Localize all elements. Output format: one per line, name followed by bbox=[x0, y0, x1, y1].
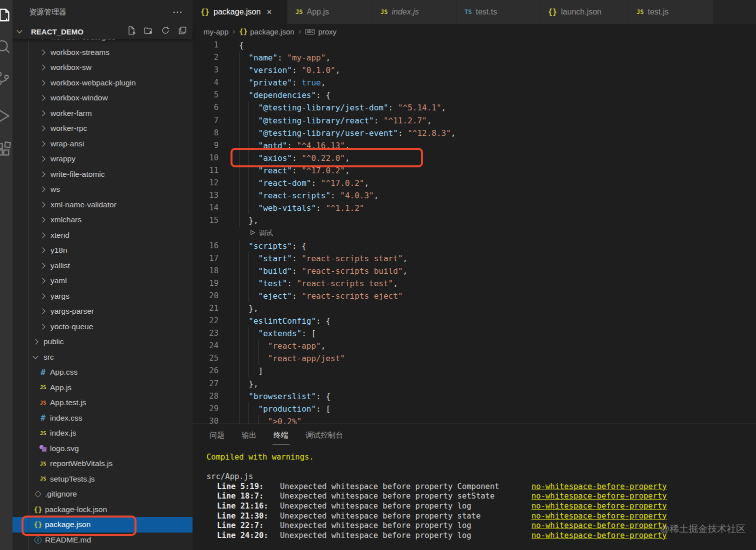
tree-folder-yaml[interactable]: yaml bbox=[12, 273, 192, 289]
tree-folder-worker-farm[interactable]: worker-farm bbox=[12, 106, 192, 121]
tree-folder-xmlchars[interactable]: xmlchars bbox=[12, 212, 192, 228]
code-line-7[interactable]: 7"@testing-library/react": "^11.2.7", bbox=[192, 114, 756, 127]
tab-test-ts[interactable]: TStest.ts bbox=[456, 0, 540, 24]
tree-file-setuptests-js[interactable]: JSsetupTests.js bbox=[12, 472, 192, 487]
new-file-icon[interactable] bbox=[126, 25, 136, 37]
tree-file-package-lock-json[interactable]: {}package-lock.json bbox=[12, 502, 192, 518]
new-folder-icon[interactable] bbox=[144, 25, 154, 37]
lint-rule-link[interactable]: no-whitespace-before-property bbox=[532, 482, 667, 492]
code-line-10[interactable]: 10"axios": "^0.22.0", bbox=[192, 152, 756, 164]
code-line-1[interactable]: 1{ bbox=[192, 39, 756, 51]
code-line-12[interactable]: 12"react-dom": "^17.0.2", bbox=[192, 177, 756, 189]
breadcrumb-item-package-json[interactable]: {}package.json bbox=[239, 27, 294, 36]
tree-folder-yallist[interactable]: yallist bbox=[12, 258, 192, 274]
js-icon: JS bbox=[636, 8, 644, 15]
extensions-icon[interactable] bbox=[0, 141, 12, 158]
code-line-21[interactable]: 21}, bbox=[192, 302, 756, 315]
tree-file-index-css[interactable]: #index.css bbox=[12, 411, 192, 426]
indent-guide bbox=[28, 29, 29, 550]
code-line-16[interactable]: 16"scripts": { bbox=[192, 240, 756, 252]
lint-rule-link[interactable]: no-whitespace-before-property bbox=[532, 521, 667, 531]
panel-tab-tab[interactable]: 问题 bbox=[208, 426, 226, 445]
code-line-2[interactable]: 2"name": "my-app", bbox=[192, 51, 756, 64]
more-actions-icon[interactable]: ⋯ bbox=[172, 6, 184, 18]
code-line-4[interactable]: 4"private": true, bbox=[192, 76, 756, 89]
code-line-26[interactable]: 26] bbox=[192, 365, 756, 377]
code-line-29[interactable]: 29"production": [ bbox=[192, 403, 756, 415]
tree-folder-yocto-queue[interactable]: yocto-queue bbox=[12, 319, 192, 335]
tab-app-js[interactable]: JSApp.js bbox=[288, 0, 372, 24]
code-line-13[interactable]: 13"react-scripts": "4.0.3", bbox=[192, 189, 756, 202]
lint-rule-link[interactable]: no-whitespace-before-property bbox=[532, 512, 667, 522]
tree-folder-xtend[interactable]: xtend bbox=[12, 228, 192, 243]
refresh-icon[interactable] bbox=[160, 25, 170, 37]
code-line-27[interactable]: 27}, bbox=[192, 378, 756, 390]
tree-file-reportwebvitals-js[interactable]: JSreportWebVitals.js bbox=[12, 456, 192, 472]
tree-folder-xml-name-validator[interactable]: xml-name-validator bbox=[12, 197, 192, 213]
code-lens-debug[interactable]: 调试 bbox=[192, 227, 756, 239]
code-line-30[interactable]: 30">0.2%" bbox=[192, 415, 756, 424]
code-line-15[interactable]: 15}, bbox=[192, 214, 756, 227]
panel-tab-tab[interactable]: 调试控制台 bbox=[304, 426, 344, 445]
code-line-14[interactable]: 14"web-vitals": "^1.1.2" bbox=[192, 202, 756, 214]
tab-index-js[interactable]: JSindex.js bbox=[372, 0, 456, 24]
code-line-11[interactable]: 11"react": "^17.0.2", bbox=[192, 164, 756, 177]
tree-folder-wrap-ansi[interactable]: wrap-ansi bbox=[12, 136, 192, 152]
tree-item-label: public bbox=[44, 337, 64, 346]
close-icon[interactable]: × bbox=[266, 7, 272, 16]
tab-test-js[interactable]: JStest.js bbox=[628, 0, 714, 24]
source-control-icon[interactable] bbox=[0, 70, 12, 87]
tree-folder-workbox-window[interactable]: workbox-window bbox=[12, 90, 192, 106]
tree-folder-workbox-streams[interactable]: workbox-streams bbox=[12, 45, 192, 60]
code-line-19[interactable]: 19"test": "react-scripts test", bbox=[192, 277, 756, 290]
panel-tab-tab[interactable]: 输出 bbox=[240, 426, 258, 445]
tree-file-logo-svg[interactable]: logo.svg bbox=[12, 441, 192, 457]
code-line-17[interactable]: 17"start": "react-scripts start", bbox=[192, 252, 756, 265]
code-line-22[interactable]: 22"eslintConfig": { bbox=[192, 315, 756, 327]
explorer-section-header[interactable]: REACT_DEMO bbox=[12, 24, 192, 39]
tree-file-app-css[interactable]: #App.css bbox=[12, 365, 192, 380]
collapse-folders-icon[interactable] bbox=[178, 25, 188, 37]
code-line-8[interactable]: 8"@testing-library/user-event": "^12.8.3… bbox=[192, 127, 756, 139]
code-editor[interactable]: 1{2"name": "my-app",3"version": "0.1.0",… bbox=[192, 39, 756, 424]
panel-tab-terminal-active[interactable]: 终端 bbox=[272, 426, 290, 445]
tree-folder-src[interactable]: src bbox=[12, 350, 192, 365]
tree-folder-write-file-atomic[interactable]: write-file-atomic bbox=[12, 167, 192, 182]
tree-file-gitignore[interactable]: .gitignore bbox=[12, 487, 192, 502]
lint-rule-link[interactable]: no-whitespace-before-property bbox=[532, 502, 667, 512]
code-line-25[interactable]: 25"react-app/jest" bbox=[192, 352, 756, 365]
tree-folder-public[interactable]: public bbox=[12, 334, 192, 350]
code-line-18[interactable]: 18"build": "react-scripts build", bbox=[192, 265, 756, 277]
files-icon[interactable] bbox=[0, 6, 12, 23]
code-line-24[interactable]: 24"react-app", bbox=[192, 340, 756, 352]
lint-rule-link[interactable]: no-whitespace-before-property bbox=[532, 492, 667, 502]
tree-folder-y18n[interactable]: y18n bbox=[12, 243, 192, 258]
code-line-5[interactable]: 5"dependencies": { bbox=[192, 89, 756, 101]
tab-package-json[interactable]: {}package.json× bbox=[192, 0, 288, 24]
code-line-9[interactable]: 9"antd": "^4.16.13", bbox=[192, 139, 756, 152]
breadcrumb-item-proxy[interactable]: abcproxy bbox=[305, 27, 336, 36]
tree-file-readme-md[interactable]: iREADME.md bbox=[12, 533, 192, 548]
tree-file-package-json[interactable]: {}package.json bbox=[12, 517, 192, 533]
search-icon[interactable] bbox=[0, 38, 12, 55]
code-line-23[interactable]: 23"extends": [ bbox=[192, 327, 756, 340]
tree-folder-yargs[interactable]: yargs bbox=[12, 289, 192, 304]
lint-rule-link[interactable]: no-whitespace-before-property bbox=[532, 531, 667, 541]
tree-folder-yargs-parser[interactable]: yargs-parser bbox=[12, 304, 192, 319]
tab-launch-json[interactable]: {}launch.json bbox=[540, 0, 628, 24]
code-line-20[interactable]: 20"eject": "react-scripts eject" bbox=[192, 290, 756, 302]
tree-folder-workbox-webpack-plugin[interactable]: workbox-webpack-plugin bbox=[12, 75, 192, 91]
line-number: 9 bbox=[192, 139, 218, 152]
tree-file-app-js[interactable]: JSApp.js bbox=[12, 380, 192, 396]
breadcrumb-item-my-app[interactable]: my-app bbox=[204, 27, 228, 36]
tree-folder-workbox-sw[interactable]: workbox-sw bbox=[12, 60, 192, 75]
tree-file-app-test-js[interactable]: JSApp.test.js bbox=[12, 395, 192, 411]
run-debug-icon[interactable] bbox=[0, 107, 12, 124]
tree-file-index-js[interactable]: JSindex.js bbox=[12, 426, 192, 441]
code-line-3[interactable]: 3"version": "0.1.0", bbox=[192, 64, 756, 76]
code-line-28[interactable]: 28"browserslist": { bbox=[192, 390, 756, 403]
code-line-6[interactable]: 6"@testing-library/jest-dom": "^5.14.1", bbox=[192, 101, 756, 114]
tree-folder-wrappy[interactable]: wrappy bbox=[12, 151, 192, 167]
tree-folder-ws[interactable]: ws bbox=[12, 182, 192, 197]
tree-folder-worker-rpc[interactable]: worker-rpc bbox=[12, 121, 192, 136]
